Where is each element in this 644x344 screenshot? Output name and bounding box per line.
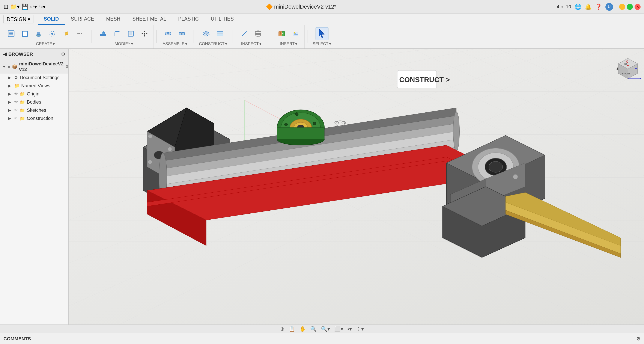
3d-viewport[interactable]: CONSTRUCT > X Y Z FRONT TOP [68, 49, 644, 324]
toolbar-tabs: SOLID SURFACE MESH SHEET METAL PLASTIC U… [38, 14, 240, 25]
main-area: ◀ BROWSER ⚙ ▼ ● 📦 miniDowelDeviceV2 v12 … [0, 49, 644, 324]
title-text: miniDowelDeviceV2 v12* [274, 4, 336, 10]
construction-visibility-icon[interactable]: 👁 [14, 116, 18, 121]
pattern-btn[interactable] [60, 27, 72, 40]
window-controls: − □ ✕ [619, 4, 640, 10]
tab-plastic[interactable]: PLASTIC [172, 14, 205, 25]
title-right: 4 of 10 🌐 🔔 ❓ U [557, 3, 613, 11]
user-avatar[interactable]: U [606, 3, 613, 11]
zebra-btn[interactable] [252, 27, 264, 40]
undo-btn[interactable]: ↩▾ [30, 4, 37, 10]
offset-plane-btn[interactable] [200, 27, 213, 40]
svg-text:Z: Z [616, 67, 618, 70]
design-dropdown[interactable]: DESIGN ▾ [4, 15, 34, 24]
bodies-label: Bodies [27, 99, 41, 105]
root-settings-icon[interactable]: ⚙ [66, 64, 68, 69]
svg-point-9 [51, 33, 54, 35]
close-button[interactable]: ✕ [634, 4, 640, 10]
joint-btn[interactable] [162, 27, 174, 40]
tab-utilities[interactable]: UTILITIES [205, 14, 240, 25]
tab-mesh[interactable]: MESH [100, 14, 126, 25]
assemble-label[interactable]: ASSEMBLE ▾ [162, 41, 187, 46]
separator-2 [156, 30, 156, 43]
measure-btn[interactable] [238, 27, 251, 40]
browser-root-item[interactable]: ▼ ● 📦 miniDowelDeviceV2 v12 ⚙ [0, 60, 68, 74]
grid-display-icon[interactable]: ⋮▾ [356, 326, 364, 332]
shell-btn[interactable] [124, 27, 137, 40]
notification-icon[interactable]: 🔔 [585, 4, 592, 10]
named-views-folder-icon: 📁 [14, 83, 20, 88]
svg-marker-19 [144, 31, 145, 32]
profile-icon[interactable]: 🌐 [574, 4, 582, 10]
collapse-icon[interactable]: ◀ [3, 52, 7, 57]
display-mode-icon[interactable]: ⬜▾ [334, 326, 343, 332]
svg-rect-122 [277, 127, 324, 139]
insert-label[interactable]: INSERT ▾ [280, 41, 297, 46]
svg-point-93 [168, 147, 172, 151]
pan-icon[interactable]: ✋ [300, 326, 306, 332]
create-label[interactable]: CREATE ▾ [36, 41, 55, 46]
decal-btn[interactable] [289, 27, 302, 40]
viewcube[interactable]: X Y Z FRONT TOP [614, 53, 640, 79]
svg-point-117 [295, 113, 298, 116]
revolve-btn[interactable] [46, 27, 59, 40]
svg-rect-15 [100, 34, 106, 36]
sketches-folder-icon: 📁 [20, 108, 25, 113]
insert-derive-btn[interactable] [275, 27, 288, 40]
modify-label[interactable]: MODIFY ▾ [115, 41, 133, 46]
move-copy-btn[interactable] [138, 27, 151, 40]
construct-label[interactable]: CONSTRUCT ▾ [199, 41, 227, 46]
svg-text:CONSTRUCT >: CONSTRUCT > [399, 76, 450, 84]
select-label[interactable]: SELECT ▾ [312, 41, 331, 46]
midplane-btn[interactable] [214, 27, 226, 40]
minimize-button[interactable]: − [619, 4, 625, 10]
zoom-options-icon[interactable]: 🔍▾ [321, 326, 330, 332]
bodies-folder-icon: 📁 [20, 100, 25, 105]
grid-icon[interactable]: ⊞ [4, 3, 8, 10]
browser-item-origin[interactable]: ▶ 👁 📁 Origin [0, 90, 68, 98]
press-pull-btn[interactable] [97, 27, 110, 40]
browser-item-named-views[interactable]: ▶ 📁 Named Views [0, 82, 68, 90]
maximize-button[interactable]: □ [627, 4, 633, 10]
create-sketch-btn[interactable] [18, 27, 31, 40]
browser-item-sketches[interactable]: ▶ 👁 📁 Sketches [0, 106, 68, 114]
sketches-label: Sketches [27, 107, 46, 113]
fillet-btn[interactable] [110, 27, 124, 40]
select-icons-row [316, 27, 328, 40]
svg-point-115 [284, 123, 288, 126]
window-title: 🔶 miniDowelDeviceV2 v12* [48, 4, 554, 10]
new-component-btn[interactable] [5, 27, 18, 40]
redo-btn[interactable]: ↪▾ [38, 4, 46, 10]
visual-style-icon[interactable]: ▪▾ [348, 326, 352, 332]
root-expand-icon: ▼ [2, 65, 6, 69]
help-icon[interactable]: ❓ [595, 4, 602, 10]
rigid-group-btn[interactable] [175, 27, 188, 40]
file-menu-icon[interactable]: 📁▾ [10, 4, 20, 10]
tab-solid[interactable]: SOLID [38, 14, 65, 25]
save-icon[interactable]: 💾 [22, 4, 28, 10]
select-btn[interactable] [316, 27, 328, 40]
comments-settings-icon[interactable]: ⚙ [636, 336, 640, 342]
orbit-icon[interactable]: ⊕ [280, 326, 284, 332]
create-more-btn[interactable] [73, 27, 86, 40]
tab-sheetmetal[interactable]: SHEET METAL [126, 14, 172, 25]
sketches-visibility-icon[interactable]: 👁 [14, 108, 18, 113]
zoom-icon[interactable]: 🔍 [310, 326, 317, 332]
pan-clone-icon[interactable]: 📋 [289, 326, 295, 332]
tab-surface[interactable]: SURFACE [65, 14, 100, 25]
toolbar-tab-row: DESIGN ▾ SOLID SURFACE MESH SHEET METAL … [0, 14, 644, 25]
viewcube-svg[interactable]: X Y Z FRONT TOP [614, 53, 642, 81]
3d-model-svg[interactable]: CONSTRUCT > [68, 49, 644, 324]
extrude-btn[interactable] [32, 27, 45, 40]
browser-settings-icon[interactable]: ⚙ [61, 52, 66, 57]
origin-label: Origin [27, 91, 40, 97]
svg-marker-20 [144, 35, 145, 37]
browser-item-construction[interactable]: ▶ 👁 📁 Construction [0, 114, 68, 122]
browser-item-bodies[interactable]: ▶ 👁 📁 Bodies [0, 98, 68, 106]
construct-arrow-icon: ▾ [225, 41, 227, 46]
origin-visibility-icon[interactable]: 👁 [14, 92, 18, 96]
bodies-visibility-icon[interactable]: 👁 [14, 100, 18, 104]
inspect-label[interactable]: INSPECT ▾ [241, 41, 262, 46]
browser-item-document-settings[interactable]: ▶ ⚙ Document Settings [0, 74, 68, 82]
root-visibility-icon[interactable]: ● [8, 64, 10, 69]
